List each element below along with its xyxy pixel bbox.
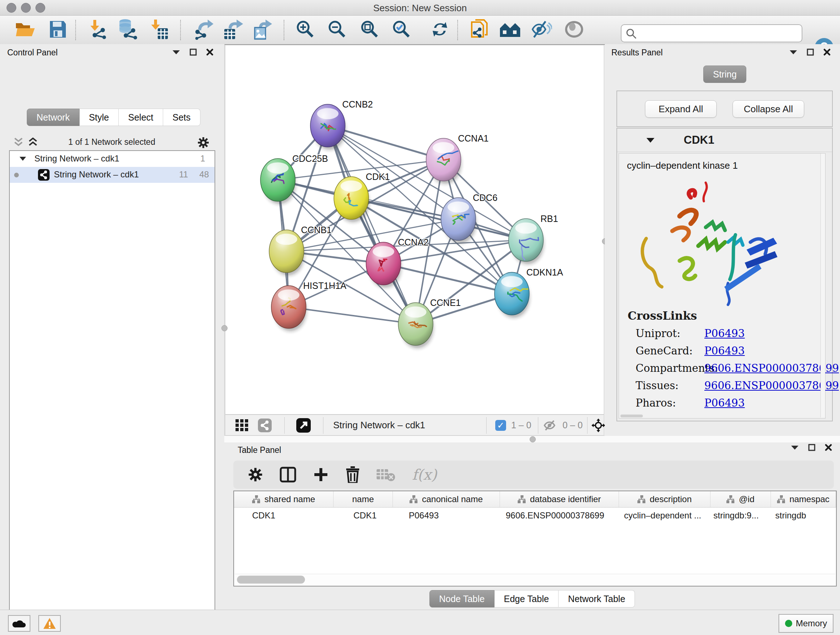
open-session-icon[interactable] bbox=[14, 20, 36, 40]
import-network-database-icon[interactable] bbox=[117, 19, 139, 41]
zoom-in-icon[interactable] bbox=[295, 19, 316, 41]
node-ccnb2[interactable]: CCNB2 bbox=[310, 99, 373, 150]
node-cdc6[interactable]: CDC6 bbox=[441, 193, 497, 243]
results-hscroll-thumb[interactable] bbox=[621, 415, 643, 417]
save-session-icon[interactable] bbox=[49, 20, 66, 40]
collapse-panel-icon[interactable] bbox=[791, 445, 799, 450]
show-columns-icon[interactable] bbox=[279, 467, 296, 483]
collapse-panel-icon[interactable] bbox=[172, 50, 180, 55]
tree-expander-icon[interactable] bbox=[19, 156, 27, 161]
cell-canonical-name[interactable]: P06493 bbox=[393, 510, 500, 521]
network-share-icon[interactable] bbox=[258, 418, 272, 432]
table-hscroll-track[interactable] bbox=[235, 574, 835, 585]
tab-style[interactable]: Style bbox=[80, 109, 119, 126]
column-header-namespac[interactable]: namespac bbox=[771, 491, 836, 507]
warnings-button[interactable] bbox=[38, 615, 61, 632]
table-options-gear-icon[interactable] bbox=[248, 467, 263, 482]
network-row-selected[interactable]: String Network – cdk1 11 48 bbox=[10, 167, 215, 183]
node-hist1h1a[interactable]: HIST1H1A bbox=[271, 280, 347, 331]
node-ccna1[interactable]: CCNA1 bbox=[426, 133, 489, 184]
export-table-icon[interactable] bbox=[223, 19, 244, 41]
selected-nodes-checkbox[interactable]: ✓ bbox=[495, 420, 506, 431]
delete-column-trash-icon[interactable] bbox=[346, 466, 360, 483]
network-view-canvas[interactable]: CCNB2CCNA1CDC25BCDK1CDC6RB1CCNB1CCNA2CDK… bbox=[225, 45, 604, 415]
cell-name[interactable]: CDK1 bbox=[333, 510, 393, 521]
import-network-file-icon[interactable] bbox=[88, 19, 109, 41]
crosslink-uniprot-link[interactable]: P06493 bbox=[704, 327, 745, 340]
crosslink-label: Tissues: bbox=[636, 379, 704, 392]
column-header-shared-name[interactable]: shared name bbox=[234, 491, 333, 507]
memory-button[interactable]: Memory bbox=[778, 614, 834, 633]
crosslinks-heading: CrossLinks bbox=[628, 309, 839, 322]
node-cdk1[interactable]: CDK1 bbox=[334, 172, 390, 222]
crosslink-compartments-link[interactable]: 9606.ENSP00000378699 bbox=[704, 362, 839, 374]
column-header-canonical-name[interactable]: canonical name bbox=[393, 491, 500, 507]
section-expander-icon[interactable] bbox=[646, 137, 655, 143]
add-column-icon[interactable] bbox=[313, 467, 329, 483]
hidden-elements-eye-icon[interactable] bbox=[544, 420, 558, 431]
node-ccna2[interactable]: CCNA2 bbox=[366, 237, 429, 288]
gene-section-header[interactable]: CDK1 bbox=[617, 128, 832, 152]
search-field[interactable] bbox=[621, 24, 802, 42]
cell--id[interactable]: stringdb:9... bbox=[711, 510, 771, 521]
data-warehouse-houses-icon[interactable] bbox=[499, 20, 521, 40]
cell-database-identifier[interactable]: 9606.ENSP00000378699 bbox=[500, 510, 619, 521]
search-input[interactable] bbox=[640, 26, 797, 40]
collapse-panel-icon[interactable] bbox=[789, 50, 797, 55]
tab-network[interactable]: Network bbox=[27, 109, 80, 126]
close-panel-icon[interactable] bbox=[206, 49, 213, 56]
zoom-out-icon[interactable] bbox=[327, 19, 347, 41]
fit-content-crosshair-icon[interactable] bbox=[592, 418, 605, 432]
column-header--id[interactable]: @id bbox=[711, 491, 771, 507]
expand-all-button[interactable]: Expand All bbox=[645, 100, 717, 118]
tab-node-table[interactable]: Node Table bbox=[429, 590, 494, 608]
column-header-description[interactable]: description bbox=[619, 491, 711, 507]
collapse-all-button[interactable]: Collapse All bbox=[733, 100, 804, 118]
collection-count: 1 bbox=[201, 154, 205, 164]
node-rb1[interactable]: RB1 bbox=[508, 214, 558, 264]
node-label-cdkn1a: CDKN1A bbox=[526, 267, 563, 277]
float-panel-icon[interactable] bbox=[807, 49, 814, 56]
delete-table-icon[interactable] bbox=[377, 468, 395, 481]
function-builder-icon[interactable]: f(x) bbox=[412, 466, 437, 483]
table-hscroll-thumb[interactable] bbox=[237, 576, 305, 584]
tab-select[interactable]: Select bbox=[118, 109, 163, 126]
tab-network-table[interactable]: Network Table bbox=[559, 590, 635, 608]
network-options-gear-icon[interactable] bbox=[197, 136, 210, 149]
zoom-fit-icon[interactable] bbox=[360, 19, 380, 41]
open-file-share-icon[interactable] bbox=[470, 19, 491, 42]
node-ccnb1[interactable]: CCNB1 bbox=[269, 225, 332, 276]
zoom-selected-icon[interactable] bbox=[392, 19, 412, 41]
cell-shared-name[interactable]: CDK1 bbox=[234, 510, 333, 521]
close-panel-icon[interactable] bbox=[823, 49, 831, 56]
crosslink-genecard-link[interactable]: P06493 bbox=[704, 345, 745, 357]
node-ccne1[interactable]: CCNE1 bbox=[398, 298, 461, 348]
table-row[interactable]: CDK1CDK1P064939606.ENSP00000378699cyclin… bbox=[234, 508, 836, 524]
cloud-status-button[interactable] bbox=[8, 615, 30, 632]
import-table-file-icon[interactable] bbox=[149, 19, 169, 41]
crosslink-tissues-link[interactable]: 9606.ENSP00000378699 bbox=[704, 379, 839, 392]
left-splitter-handle[interactable] bbox=[221, 325, 227, 331]
open-in-window-icon[interactable] bbox=[296, 418, 311, 432]
tab-string[interactable]: String bbox=[703, 65, 746, 83]
export-network-icon[interactable] bbox=[193, 19, 214, 41]
export-image-icon[interactable] bbox=[253, 19, 273, 41]
tab-edge-table[interactable]: Edge Table bbox=[494, 590, 559, 608]
tab-sets[interactable]: Sets bbox=[163, 109, 201, 126]
column-header-database-identifier[interactable]: database identifier bbox=[500, 491, 619, 507]
grid-view-icon[interactable] bbox=[235, 419, 248, 432]
close-panel-icon[interactable] bbox=[825, 444, 832, 451]
bottom-splitter-handle[interactable] bbox=[530, 436, 536, 442]
crosslink-pharos-link[interactable]: P06493 bbox=[704, 397, 745, 409]
network-collection-row[interactable]: String Network – cdk1 1 bbox=[10, 151, 215, 167]
show-hide-graphics-details-icon[interactable] bbox=[531, 20, 552, 40]
float-panel-icon[interactable] bbox=[189, 49, 197, 56]
cell-description[interactable]: cyclin–dependent ... bbox=[619, 510, 711, 521]
birdseye-view-icon[interactable] bbox=[564, 20, 584, 40]
refresh-icon[interactable] bbox=[431, 19, 449, 41]
float-panel-icon[interactable] bbox=[808, 444, 815, 451]
column-header-name[interactable]: name bbox=[333, 491, 393, 507]
results-vscroll-track[interactable] bbox=[821, 154, 825, 417]
node-cdkn1a[interactable]: CDKN1A bbox=[494, 267, 563, 318]
cell-namespac[interactable]: stringdb bbox=[771, 510, 836, 521]
